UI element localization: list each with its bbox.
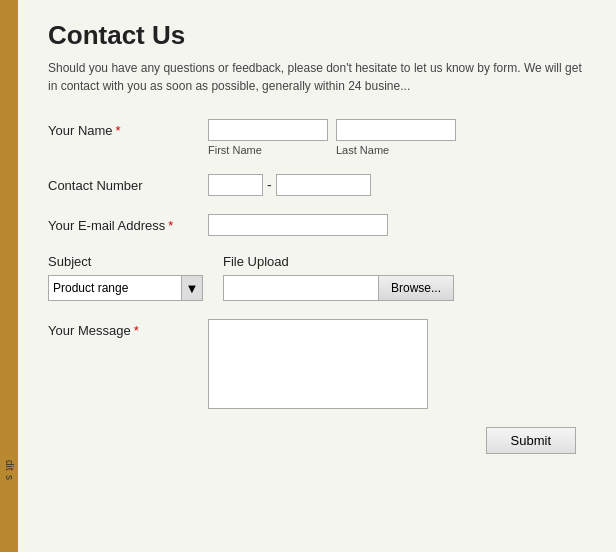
message-row: Your Message*	[48, 319, 586, 409]
main-content: Contact Us Should you have any questions…	[18, 0, 616, 552]
name-label: Your Name*	[48, 119, 208, 138]
browse-button[interactable]: Browse...	[378, 275, 454, 301]
email-row: Your E-mail Address*	[48, 214, 586, 236]
contact-number-input[interactable]	[276, 174, 371, 196]
first-name-label: First Name	[208, 144, 328, 156]
file-upload-label: File Upload	[223, 254, 454, 269]
last-name-label: Last Name	[336, 144, 456, 156]
page-title: Contact Us	[48, 20, 586, 51]
subject-section: Subject Product range General Inquiry Su…	[48, 254, 203, 301]
file-upload-inputs: Browse...	[223, 275, 454, 301]
file-upload-section: File Upload Browse...	[223, 254, 454, 301]
name-fields: First Name Last Name	[208, 119, 456, 156]
last-name-input[interactable]	[336, 119, 456, 141]
submit-button[interactable]: Submit	[486, 427, 576, 454]
name-required: *	[116, 123, 121, 138]
message-label: Your Message*	[48, 319, 208, 338]
sidebar-item-edit[interactable]: dit	[4, 460, 15, 471]
message-textarea[interactable]	[208, 319, 428, 409]
message-required: *	[134, 323, 139, 338]
contact-inputs: -	[208, 174, 371, 196]
name-row: Your Name* First Name Last Name	[48, 119, 586, 156]
file-text-input[interactable]	[223, 275, 378, 301]
subject-select-wrapper: Product range General Inquiry Support Ot…	[48, 275, 203, 301]
sidebar-item-s[interactable]: s	[4, 475, 15, 480]
first-name-input[interactable]	[208, 119, 328, 141]
name-inputs	[208, 119, 456, 141]
contact-number-row: Contact Number -	[48, 174, 586, 196]
email-input[interactable]	[208, 214, 388, 236]
page-subtitle: Should you have any questions or feedbac…	[48, 59, 586, 95]
email-required: *	[168, 218, 173, 233]
email-label: Your E-mail Address*	[48, 214, 208, 233]
sidebar: dit s	[0, 0, 18, 552]
contact-dash: -	[267, 177, 272, 193]
subject-label: Subject	[48, 254, 203, 269]
subject-select[interactable]: Product range General Inquiry Support Ot…	[48, 275, 203, 301]
name-field-labels: First Name Last Name	[208, 144, 456, 156]
contact-number-label: Contact Number	[48, 174, 208, 193]
subject-upload-row: Subject Product range General Inquiry Su…	[48, 254, 586, 301]
contact-area-input[interactable]	[208, 174, 263, 196]
submit-row: Submit	[48, 427, 586, 454]
